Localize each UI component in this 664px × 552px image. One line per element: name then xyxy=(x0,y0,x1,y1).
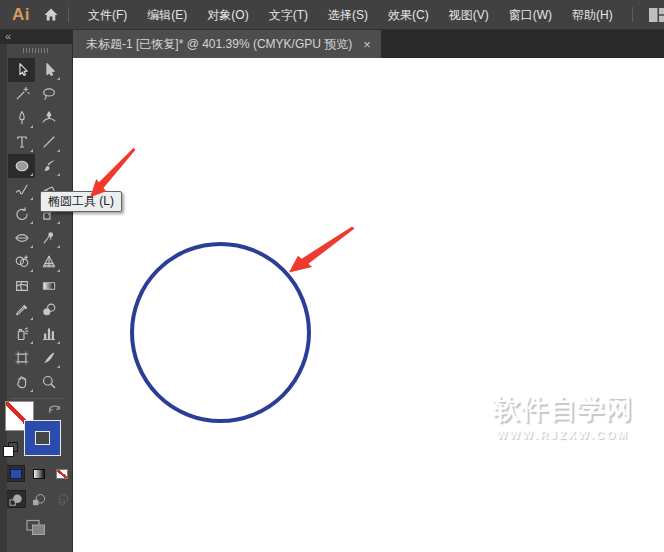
lasso-tool-button[interactable] xyxy=(35,82,62,106)
artboard-tool-button[interactable] xyxy=(8,346,35,370)
color-swatch-icon xyxy=(10,469,22,479)
perspective-grid-icon xyxy=(41,254,57,270)
flyout-indicator xyxy=(57,245,60,248)
eyedropper-tool-button[interactable] xyxy=(8,298,35,322)
mesh-icon xyxy=(14,278,30,294)
shape-builder-icon xyxy=(14,254,30,270)
flyout-indicator xyxy=(30,173,33,176)
tools-panel: « xyxy=(0,30,73,552)
flyout-indicator xyxy=(57,149,60,152)
illustrator-app: Ai 文件(F)编辑(E)对象(O)文字(T)选择(S)效果(C)视图(V)窗口… xyxy=(0,0,664,552)
zoom-tool-button[interactable] xyxy=(35,370,62,394)
tools-grid xyxy=(8,58,72,394)
panel-grip[interactable] xyxy=(0,44,72,56)
flyout-indicator xyxy=(30,149,33,152)
collapse-panel-icon[interactable]: « xyxy=(5,30,11,43)
shape-builder-tool-button[interactable] xyxy=(8,250,35,274)
drawing-mode-buttons xyxy=(5,490,72,508)
direct-selection-tool-button[interactable] xyxy=(35,58,62,82)
perspective-grid-tool-button[interactable] xyxy=(35,250,62,274)
close-tab-icon[interactable]: × xyxy=(363,38,371,51)
shaper-tool-button[interactable] xyxy=(8,178,35,202)
menu-item-view[interactable]: 视图(V) xyxy=(439,0,499,30)
hand-tool-button[interactable] xyxy=(8,370,35,394)
document-tab[interactable]: 未标题-1 [已恢复]* @ 401.39% (CMYK/GPU 预览) × xyxy=(73,30,381,58)
mesh-tool-button[interactable] xyxy=(8,274,35,298)
menu-item-object[interactable]: 对象(O) xyxy=(197,0,258,30)
type-tool-button[interactable] xyxy=(8,130,35,154)
lasso-icon xyxy=(41,86,57,102)
pen-icon xyxy=(14,110,30,126)
none-swatch-icon xyxy=(56,469,68,479)
menu-item-help[interactable]: 帮助(H) xyxy=(562,0,623,30)
type-icon xyxy=(14,134,30,150)
rotate-tool-button[interactable] xyxy=(8,202,35,226)
artboard-icon xyxy=(14,350,30,366)
line-segment-tool-button[interactable] xyxy=(35,130,62,154)
menu-item-select[interactable]: 选择(S) xyxy=(318,0,378,30)
flyout-indicator xyxy=(30,221,33,224)
canvas-area[interactable]: 软件自学网 WWW.RJZXW.COM xyxy=(73,58,664,552)
swap-fill-stroke-icon[interactable] xyxy=(47,400,63,413)
menu-item-edit[interactable]: 编辑(E) xyxy=(137,0,197,30)
document-tab-title: 未标题-1 [已恢复]* @ 401.39% (CMYK/GPU 预览) xyxy=(86,36,352,53)
blend-tool-button[interactable] xyxy=(35,298,62,322)
none-button[interactable] xyxy=(52,465,71,482)
draw-behind-mode-button[interactable] xyxy=(28,490,49,508)
menu-item-file[interactable]: 文件(F) xyxy=(78,0,137,30)
menu-item-effect[interactable]: 效果(C) xyxy=(378,0,439,30)
fill-color-button[interactable] xyxy=(6,465,25,482)
illustrator-logo: Ai xyxy=(12,5,30,25)
selection-tool-button[interactable] xyxy=(8,58,35,82)
width-tool-button[interactable] xyxy=(8,226,35,250)
workspace-body: « 未标题-1 [已恢复]* @ 401.39% xyxy=(0,30,664,552)
zoom-icon xyxy=(41,374,57,390)
width-icon xyxy=(14,230,30,246)
ellipse-tool-button[interactable] xyxy=(8,154,35,178)
gradient-button[interactable] xyxy=(29,465,48,482)
document-area: 未标题-1 [已恢复]* @ 401.39% (CMYK/GPU 预览) × 软… xyxy=(73,30,664,552)
flyout-indicator xyxy=(57,365,60,368)
stroke-swatch[interactable] xyxy=(24,420,61,456)
direct-selection-icon xyxy=(41,62,57,78)
screen-mode-icon xyxy=(26,519,46,536)
flyout-indicator xyxy=(30,197,33,200)
stroke-swatch-hole xyxy=(35,431,50,445)
menu-item-window[interactable]: 窗口(W) xyxy=(499,0,562,30)
column-graph-tool-button[interactable] xyxy=(35,322,62,346)
draw-inside-icon xyxy=(55,493,69,506)
rotate-icon xyxy=(14,206,30,222)
draw-inside-mode-button[interactable] xyxy=(51,490,72,508)
menu-items: 文件(F)编辑(E)对象(O)文字(T)选择(S)效果(C)视图(V)窗口(W)… xyxy=(78,0,623,30)
symbol-sprayer-tool-button[interactable] xyxy=(8,322,35,346)
eyedropper-icon xyxy=(14,302,30,318)
annotation-arrow-to-circle xyxy=(283,222,357,277)
menu-item-type[interactable]: 文字(T) xyxy=(259,0,318,30)
magic-wand-tool-button[interactable] xyxy=(8,82,35,106)
watermark: 软件自学网 WWW.RJZXW.COM xyxy=(449,391,664,441)
puppet-pin-icon xyxy=(41,230,57,246)
flyout-indicator xyxy=(30,389,33,392)
flyout-indicator xyxy=(57,77,60,80)
draw-normal-icon xyxy=(9,493,23,506)
hand-icon xyxy=(14,374,30,390)
workspace-switcher-icon[interactable] xyxy=(649,8,664,22)
pen-tool-button[interactable] xyxy=(8,106,35,130)
draw-normal-mode-button[interactable] xyxy=(5,490,26,508)
slice-icon xyxy=(41,350,57,366)
screen-mode-button[interactable] xyxy=(24,518,48,537)
flyout-indicator xyxy=(57,341,60,344)
line-icon xyxy=(41,134,57,150)
annotation-arrow-to-ellipse-tool xyxy=(86,143,137,202)
watermark-title: 软件自学网 xyxy=(449,391,664,427)
paintbrush-tool-button[interactable] xyxy=(35,154,62,178)
default-fill-stroke-icon[interactable] xyxy=(3,442,18,457)
menu-bar: Ai 文件(F)编辑(E)对象(O)文字(T)选择(S)效果(C)视图(V)窗口… xyxy=(0,0,664,30)
gradient-tool-button[interactable] xyxy=(35,274,62,298)
home-icon[interactable] xyxy=(43,7,59,22)
panel-header: « xyxy=(0,30,72,44)
curvature-tool-button[interactable] xyxy=(35,106,62,130)
slice-tool-button[interactable] xyxy=(35,346,62,370)
magic-wand-icon xyxy=(14,86,30,102)
puppet-warp-tool-button[interactable] xyxy=(35,226,62,250)
